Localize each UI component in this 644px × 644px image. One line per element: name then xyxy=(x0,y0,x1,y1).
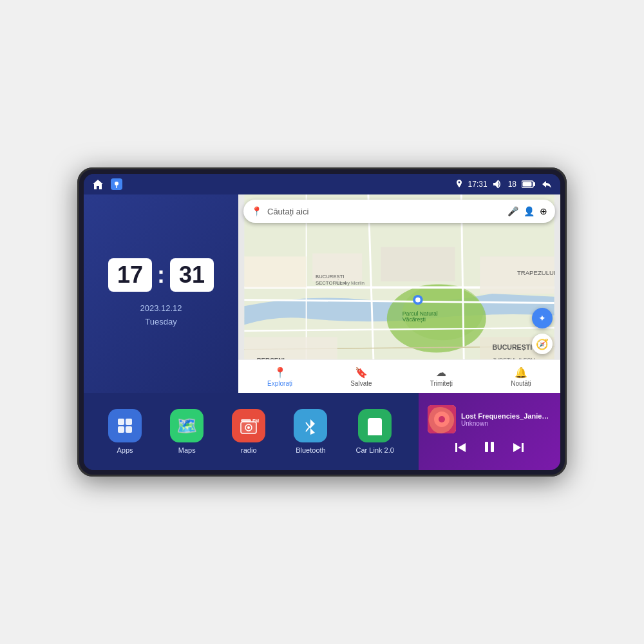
map-pin-icon: 📍 xyxy=(251,206,262,216)
status-signal: 18 xyxy=(508,180,516,189)
radio-label: radio xyxy=(241,446,256,454)
home-icon[interactable] xyxy=(91,178,104,190)
screen: 17:31 18 xyxy=(84,174,560,470)
carlink-label: Car Link 2.0 xyxy=(356,446,394,454)
svg-rect-18 xyxy=(381,247,455,281)
svg-rect-56 xyxy=(522,443,524,452)
play-pause-button[interactable] xyxy=(482,440,497,458)
svg-marker-55 xyxy=(513,443,521,452)
app-item-bluetooth[interactable]: Bluetooth xyxy=(294,409,327,454)
map-search-actions: 🎤 👤 ⊕ xyxy=(507,206,547,216)
map-location-btn[interactable]: ✦ xyxy=(532,308,553,328)
music-panel: Lost Frequencies_Janieck Devy-... Unknow… xyxy=(419,393,560,470)
app-item-radio[interactable]: FM radio xyxy=(232,409,265,454)
maps-app-icon[interactable] xyxy=(111,178,122,190)
bluetooth-icon xyxy=(294,409,327,442)
status-right-info: 17:31 18 xyxy=(455,180,553,189)
next-button[interactable] xyxy=(512,441,525,457)
svg-text:Parcul Natural: Parcul Natural xyxy=(402,310,438,317)
clock-date: 2023.12.12 Tuesday xyxy=(140,302,182,329)
device: 17:31 18 xyxy=(77,167,567,477)
bottom-section: Apps 🗺️ Maps xyxy=(84,393,560,470)
music-text: Lost Frequencies_Janieck Devy-... Unknow… xyxy=(461,412,551,427)
map-panel[interactable]: TRAPEZULUI BUCUREȘTI JUDEȚUL ILFOV BERCE… xyxy=(238,194,560,393)
saved-label: Salvate xyxy=(350,380,372,387)
explore-icon: 📍 xyxy=(274,366,287,379)
svg-text:BUCUREȘTI: BUCUREȘTI xyxy=(316,274,344,279)
svg-point-47 xyxy=(374,431,376,434)
status-time: 17:31 xyxy=(468,180,488,189)
svg-rect-37 xyxy=(126,426,132,433)
map-nav-news[interactable]: 🔔 Noutăți xyxy=(511,366,531,387)
send-label: Trimiteți xyxy=(430,380,453,387)
svg-rect-36 xyxy=(118,426,124,433)
top-section: 17 : 31 2023.12.12 Tuesday xyxy=(84,194,560,393)
svg-rect-53 xyxy=(485,442,488,452)
status-left-icons xyxy=(91,178,122,190)
map-search-text[interactable]: Căutați aici xyxy=(267,207,502,216)
bluetooth-label: Bluetooth xyxy=(296,446,325,454)
battery-icon xyxy=(522,180,536,188)
back-icon[interactable] xyxy=(541,180,553,189)
account-icon[interactable]: 👤 xyxy=(524,206,535,216)
carlink-icon xyxy=(358,409,392,442)
map-search-bar[interactable]: 📍 Căutați aici 🎤 👤 ⊕ xyxy=(243,200,555,223)
svg-rect-46 xyxy=(371,421,379,426)
map-nav-saved[interactable]: 🔖 Salvate xyxy=(350,366,372,387)
clock-display: 17 : 31 xyxy=(108,258,214,292)
send-icon: ☁ xyxy=(436,366,446,379)
map-nav-bar: 📍 Explorați 🔖 Salvate ☁ Trimiteți 🔔 xyxy=(238,359,560,393)
map-nav-explore[interactable]: 📍 Explorați xyxy=(267,366,292,387)
map-compass-btn[interactable]: 🧭 xyxy=(532,334,553,354)
apps-icon xyxy=(108,409,142,442)
saved-icon: 🔖 xyxy=(355,366,368,379)
maps-icon: 🗺️ xyxy=(170,409,204,442)
music-title: Lost Frequencies_Janieck Devy-... xyxy=(461,412,551,420)
location-icon xyxy=(455,180,463,189)
apps-label: Apps xyxy=(117,446,133,454)
svg-rect-54 xyxy=(491,442,494,452)
svg-rect-42 xyxy=(241,419,251,422)
svg-text:TRAPEZULUI: TRAPEZULUI xyxy=(517,269,556,276)
svg-text:FM: FM xyxy=(252,419,259,423)
svg-rect-4 xyxy=(533,182,535,186)
svg-text:BUCUREȘTI: BUCUREȘTI xyxy=(492,343,532,351)
voice-icon[interactable]: 🎤 xyxy=(507,206,518,216)
clock-panel: 17 : 31 2023.12.12 Tuesday xyxy=(84,194,238,393)
prev-button[interactable] xyxy=(454,441,467,457)
svg-marker-0 xyxy=(93,180,103,189)
svg-point-41 xyxy=(247,426,250,429)
app-item-apps[interactable]: Apps xyxy=(108,409,142,454)
svg-marker-51 xyxy=(458,443,466,452)
app-item-maps[interactable]: 🗺️ Maps xyxy=(170,409,204,454)
map-nav-send[interactable]: ☁ Trimiteți xyxy=(430,366,453,387)
layers-icon[interactable]: ⊕ xyxy=(540,206,547,216)
svg-rect-34 xyxy=(118,419,124,425)
clock-colon: : xyxy=(157,261,165,289)
radio-icon: FM xyxy=(232,409,265,442)
apps-section: Apps 🗺️ Maps xyxy=(84,393,419,470)
svg-rect-52 xyxy=(455,443,457,452)
clock-minute: 31 xyxy=(170,258,214,292)
app-item-carlink[interactable]: Car Link 2.0 xyxy=(356,409,394,454)
main-content: 17 : 31 2023.12.12 Tuesday xyxy=(84,194,560,470)
status-bar: 17:31 18 xyxy=(84,174,560,194)
explore-label: Explorați xyxy=(267,380,292,387)
svg-rect-35 xyxy=(126,419,132,425)
news-icon: 🔔 xyxy=(515,366,527,379)
svg-text:Văcărești: Văcărești xyxy=(402,316,426,323)
maps-label: Maps xyxy=(178,446,196,454)
svg-point-2 xyxy=(115,182,118,185)
svg-rect-5 xyxy=(523,182,532,187)
volume-icon[interactable] xyxy=(493,180,503,189)
music-controls xyxy=(428,440,551,458)
svg-text:Leroy Merlin: Leroy Merlin xyxy=(337,280,365,286)
clock-hour: 17 xyxy=(108,258,152,292)
svg-point-50 xyxy=(439,416,445,422)
music-info: Lost Frequencies_Janieck Devy-... Unknow… xyxy=(428,405,551,433)
music-thumbnail xyxy=(428,405,456,433)
svg-rect-16 xyxy=(244,256,306,287)
svg-point-33 xyxy=(415,298,421,303)
music-artist: Unknown xyxy=(461,420,551,427)
news-label: Noutăți xyxy=(511,380,531,387)
